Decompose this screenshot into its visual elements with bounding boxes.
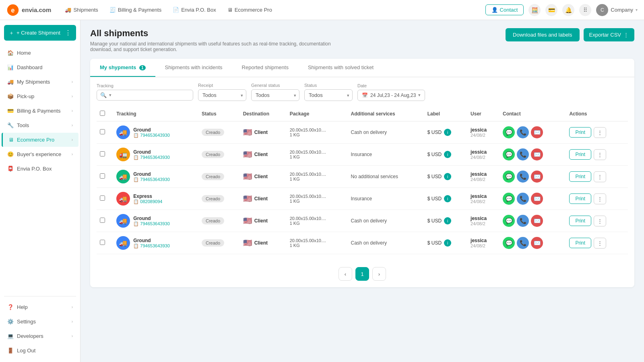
date-picker-button[interactable]: 📅 24 Jul,23 - 24 Aug,23 ▾	[357, 90, 425, 101]
sidebar-item-developers[interactable]: 💻Developers ›	[2, 329, 78, 343]
status-select[interactable]: Todos	[304, 89, 353, 101]
info-icon-0[interactable]: i	[444, 129, 451, 136]
row-checkbox-1[interactable]	[100, 151, 105, 156]
credit-card-icon[interactable]: 💳	[545, 4, 557, 16]
more-btn-3[interactable]: ⋮	[594, 193, 606, 204]
export-button[interactable]: Exportar CSV ⋮	[584, 28, 634, 41]
row-checkbox-0[interactable]	[100, 129, 105, 134]
phone-btn-2[interactable]: 📞	[517, 171, 529, 183]
print-btn-2[interactable]: Print	[569, 171, 591, 182]
sidebar-item-home[interactable]: 🏠Home	[2, 46, 78, 60]
page-1-button[interactable]: 1	[355, 267, 369, 281]
print-btn-4[interactable]: Print	[569, 216, 591, 226]
row-checkbox-5[interactable]	[100, 240, 105, 245]
email-btn-4[interactable]: ✉️	[531, 215, 543, 227]
sidebar-item-dashboard[interactable]: 📊Dashboard	[2, 60, 78, 74]
download-button[interactable]: Download files and labels	[506, 28, 579, 41]
tracking-link-1[interactable]: 📋794653643930	[133, 155, 169, 160]
page-title: All shipments	[90, 28, 506, 39]
info-icon-3[interactable]: i	[444, 195, 451, 202]
row-checkbox-3[interactable]	[100, 195, 105, 201]
phone-btn-0[interactable]: 📞	[517, 126, 529, 138]
info-icon-2[interactable]: i	[444, 173, 451, 180]
nav-shipments[interactable]: 🚚 Shipments	[63, 7, 99, 13]
cell-additional-3: Insurance	[348, 188, 424, 210]
email-btn-5[interactable]: ✉️	[531, 237, 543, 249]
calculator-icon[interactable]: 🧮	[528, 4, 541, 16]
email-btn-2[interactable]: ✉️	[531, 171, 543, 183]
create-shipment-button[interactable]: ＋ + Create Shipment ⋮	[4, 25, 76, 41]
tracking-link-4[interactable]: 📋794653643930	[133, 221, 169, 226]
cell-status-1: Creado	[198, 144, 240, 166]
cell-destination-0: 🇺🇸 Client	[240, 121, 287, 144]
print-btn-5[interactable]: Print	[569, 238, 591, 248]
cell-contact-3: 💬 📞 ✉️	[500, 188, 566, 210]
brand-name: envia.com	[22, 6, 51, 13]
tab-my-shipments[interactable]: My shypments 1	[90, 59, 155, 77]
tracking-link-3[interactable]: 📋082089094	[133, 199, 162, 204]
phone-btn-4[interactable]: 📞	[517, 215, 529, 227]
phone-btn-5[interactable]: 📞	[517, 237, 529, 249]
pobox-sidebar-icon: 📮	[7, 166, 14, 172]
whatsapp-btn-5[interactable]: 💬	[503, 237, 515, 249]
tracking-link-0[interactable]: 📋794653643930	[133, 133, 169, 138]
sidebar-item-ecommerce[interactable]: 🖥Ecommerce Pro ›	[2, 133, 78, 147]
whatsapp-btn-0[interactable]: 💬	[503, 126, 515, 138]
grid-icon[interactable]: ⠿	[579, 4, 591, 16]
tab-reported[interactable]: Reported shipments	[232, 59, 298, 77]
nav-ecommerce[interactable]: 🖥 Ecommerce Pro	[226, 7, 274, 13]
row-checkbox-4[interactable]	[100, 218, 105, 223]
bell-icon[interactable]: 🔔	[562, 4, 574, 16]
sidebar-item-tools[interactable]: 🔧Tools ›	[2, 118, 78, 132]
phone-btn-3[interactable]: 📞	[517, 193, 529, 205]
contact-icon: 👤	[491, 7, 498, 13]
sidebar-item-help[interactable]: ❓Help ›	[2, 300, 78, 314]
phone-btn-1[interactable]: 📞	[517, 148, 529, 160]
select-all-checkbox[interactable]	[100, 111, 105, 116]
info-icon-5[interactable]: i	[444, 239, 451, 247]
more-btn-4[interactable]: ⋮	[594, 216, 606, 226]
whatsapp-btn-4[interactable]: 💬	[503, 215, 515, 227]
whatsapp-btn-3[interactable]: 💬	[503, 193, 515, 205]
search-dropdown-icon[interactable]: ▾	[109, 93, 111, 98]
contact-button[interactable]: 👤 Contact	[485, 4, 524, 15]
search-box: 🔍 ▾	[97, 90, 193, 101]
tracking-link-5[interactable]: 📋794653643930	[133, 243, 169, 249]
receipt-select[interactable]: Todos	[198, 89, 246, 101]
sidebar-item-my-shipments[interactable]: 🚚My Shipments ›	[2, 75, 78, 89]
print-btn-1[interactable]: Print	[569, 149, 591, 160]
tab-incidents[interactable]: Shipments with incidents	[155, 59, 232, 77]
nav-pobox[interactable]: 📄 Envia P.O. Box	[171, 7, 217, 13]
my-shipments-icon: 🚚	[7, 79, 14, 85]
sidebar-item-pobox[interactable]: 📮Envia P.O. Box	[2, 162, 78, 176]
sidebar-item-pickup[interactable]: 📦Pick-up ›	[2, 89, 78, 103]
whatsapp-btn-2[interactable]: 💬	[503, 171, 515, 183]
next-page-button[interactable]: ›	[372, 267, 386, 281]
info-icon-4[interactable]: i	[444, 217, 451, 224]
row-checkbox-2[interactable]	[100, 173, 105, 179]
tab-solved[interactable]: Shipments with solved ticket	[298, 59, 383, 77]
print-btn-3[interactable]: Print	[569, 193, 591, 204]
sidebar-item-settings[interactable]: ⚙️Settings ›	[2, 315, 78, 329]
tracking-input[interactable]	[114, 92, 190, 98]
more-btn-5[interactable]: ⋮	[594, 238, 606, 249]
email-btn-0[interactable]: ✉️	[531, 126, 543, 138]
email-btn-3[interactable]: ✉️	[531, 193, 543, 205]
more-btn-2[interactable]: ⋮	[594, 171, 606, 182]
sidebar-item-logout[interactable]: 🚪Log Out	[2, 343, 78, 358]
whatsapp-btn-1[interactable]: 💬	[503, 148, 515, 160]
cell-package-1: 20.00x15.00x10.... 1 KG	[287, 144, 348, 166]
tracking-link-2[interactable]: 📋794653643930	[133, 177, 169, 182]
general-status-select[interactable]: Todos	[251, 89, 299, 101]
prev-page-button[interactable]: ‹	[339, 267, 352, 281]
more-btn-0[interactable]: ⋮	[594, 127, 606, 138]
nav-billing[interactable]: 🧾 Billing & Payments	[108, 7, 163, 13]
sidebar-item-buyers[interactable]: 😊Buyer's experience ›	[2, 147, 78, 161]
general-status-wrapper: Todos	[251, 89, 299, 101]
sidebar-item-billing[interactable]: 💳Billing & Payments ›	[2, 104, 78, 118]
company-badge[interactable]: C Company ▾	[596, 4, 638, 16]
email-btn-1[interactable]: ✉️	[531, 148, 543, 160]
more-btn-1[interactable]: ⋮	[594, 149, 606, 160]
print-btn-0[interactable]: Print	[569, 127, 591, 138]
info-icon-1[interactable]: i	[444, 151, 451, 158]
